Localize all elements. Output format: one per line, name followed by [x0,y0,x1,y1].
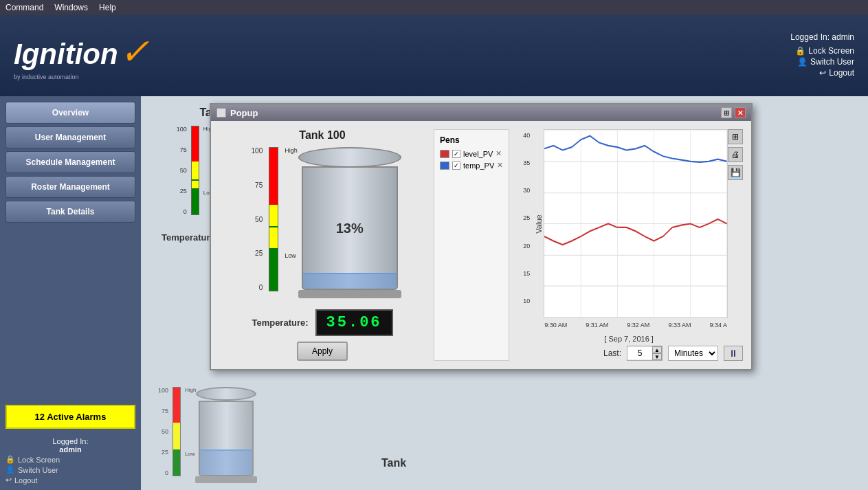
popup-tank-top [298,147,401,168]
popup-tank-scale-bar [269,147,278,291]
minutes-select[interactable]: Minutes Hours Days [668,346,718,361]
chart-print-btn[interactable]: 🖨 [728,147,743,162]
header-right: Logged In: admin 🔒 Lock Screen 👤 Switch … [790,32,854,79]
header-switch-user[interactable]: 👤 Switch User [790,57,854,67]
popup-tank-scale-labels: HighLow [282,147,298,291]
chart-y-axis: 40353025201510 [515,129,533,318]
legend-item-level: ✓ level_PV ✕ [440,149,503,158]
last-spinner: ▲ ▼ [652,346,662,360]
bottom-tank-scale-labels: HighLow [183,387,196,476]
popup-tank-body: 13% [302,166,398,290]
popup-temp-display: 35.06 [315,309,393,336]
menu-windows[interactable]: Windows [54,3,88,12]
chart-controls: Last: ▲ ▼ Minutes [515,343,743,361]
legend-label-level: level_PV [463,150,493,158]
sidebar-item-roster-management[interactable]: Roster Management [5,176,135,198]
sidebar: Overview User Management Schedule Manage… [0,96,141,490]
bottom-tank-row: 1007550250 HighLow Tank [155,387,254,483]
popup-tank-wrapper: 1007550250 HighLow [247,147,398,298]
legend-check-level[interactable]: ✓ [452,150,460,158]
popup-tank-base [298,290,401,298]
chart-date: [ Sep 7, 2016 ] [515,335,743,343]
legend-title: Pens [440,135,503,145]
legend-remove-temp[interactable]: ✕ [497,161,503,170]
header-logout[interactable]: ↩ Logout [790,68,854,78]
chart-and-legend: Pens ✓ level_PV ✕ ✓ temp_PV [434,129,743,361]
bottom-tank-scale-bar [173,387,181,476]
sidebar-item-tank-details[interactable]: Tank Details [5,201,135,223]
logo-slash: ✓ [120,31,150,72]
popup-apply-button[interactable]: Apply [297,342,348,361]
popup-title: Popup [230,108,258,118]
chart-container: 40353025201510 Value [515,129,743,361]
sidebar-item-overview[interactable]: Overview [5,102,135,124]
spinner-down[interactable]: ▼ [652,353,662,360]
popup-close-btn[interactable]: ✕ [735,107,746,118]
last-label: Last: [603,348,621,358]
popup-tank-liquid [303,273,397,289]
popup-left: Tank 100 1007550250 HighLow [219,129,425,361]
last-value-input[interactable] [627,347,652,359]
sidebar-lock-icon: 🔒 [5,455,15,464]
chart-legend: Pens ✓ level_PV ✕ ✓ temp_PV [434,129,509,361]
legend-color-temp [440,162,449,170]
chart-side-buttons: ⊞ 🖨 💾 [728,129,743,318]
bottom-tank-label: Tank [381,457,406,469]
chart-area: 9:30 AM9:31 AM9:32 AM9:33 AM9:34 A [544,129,728,318]
header-logged-in: Logged In: admin [790,32,854,42]
alarm-badge[interactable]: 12 Active Alarms [5,405,135,429]
chart-svg [544,130,727,318]
legend-item-temp: ✓ temp_PV ✕ [440,161,503,170]
logout-icon: ↩ [819,68,826,78]
popup-titlebar[interactable]: Popup ⊞ ✕ [211,104,751,121]
last-input-group: ▲ ▼ [627,346,663,361]
popup-tank-title: Tank 100 [299,129,345,142]
chart-y-label: Value [534,214,542,233]
main: Overview User Management Schedule Manage… [0,96,868,490]
popup-large-tank: 13% [302,147,398,298]
chart-y-label-wrapper: Value [533,129,544,318]
popup-content: Tank 100 1007550250 HighLow [211,121,751,369]
chart-save-btn[interactable]: 💾 [728,165,743,180]
sidebar-switch-user[interactable]: 👤 Switch User [5,465,135,474]
sidebar-lock-screen[interactable]: 🔒 Lock Screen [5,455,135,464]
popup: Popup ⊞ ✕ Tank 100 1007550250 [210,103,753,370]
spinner-up[interactable]: ▲ [652,346,662,353]
sidebar-user-icon: 👤 [5,465,15,474]
chart-expand-btn[interactable]: ⊞ [728,129,743,144]
legend-remove-level[interactable]: ✕ [496,149,502,158]
menu-command[interactable]: Command [5,3,43,12]
chart-with-yaxis: 40353025201510 Value [515,129,743,318]
sidebar-footer: Logged In: admin 🔒 Lock Screen 👤 Switch … [5,437,135,485]
bottom-tank-scale: 1007550250 [155,387,170,476]
popup-tank-percent: 13% [336,221,364,236]
content: Tank 100 1007550250 HighLow [141,96,868,490]
logo-text: Ignition [14,40,118,69]
menu-help[interactable]: Help [99,3,116,12]
legend-check-temp[interactable]: ✓ [452,162,460,170]
menubar: Command Windows Help [0,0,868,15]
popup-temp-label: Temperature: [252,318,308,328]
popup-temp-row: Temperature: 35.06 [252,309,392,336]
legend-color-level [440,150,449,158]
sidebar-item-schedule-management[interactable]: Schedule Management [5,151,135,173]
sidebar-item-user-management[interactable]: User Management [5,126,135,148]
tank100-scale: 1007550250 [173,126,188,215]
sidebar-logout[interactable]: ↩ Logout [5,476,135,485]
pause-button[interactable]: ⏸ [724,346,743,361]
lock-icon: 🔒 [795,46,805,56]
popup-titlebar-icon [216,108,226,118]
header-lock-screen[interactable]: 🔒 Lock Screen [790,46,854,56]
logo-sub: by inductive automation [14,74,79,80]
logo: Ignition ✓ by inductive automation [14,31,150,80]
chart-x-axis: 9:30 AM9:31 AM9:32 AM9:33 AM9:34 A [544,322,727,328]
bottom-tank-visual [199,387,254,483]
chart-date-label: [ Sep 7, 2016 ] [515,333,743,343]
popup-tank-scale-nums: 1007550250 [247,147,265,291]
popup-expand-btn[interactable]: ⊞ [721,107,732,118]
popup-right: Pens ✓ level_PV ✕ ✓ temp_PV [434,129,743,361]
tank100-scale-bar [191,126,199,215]
sidebar-logout-icon: ↩ [5,476,12,485]
legend-label-temp: temp_PV [463,162,494,170]
header: Ignition ✓ by inductive automation Logge… [0,15,868,96]
